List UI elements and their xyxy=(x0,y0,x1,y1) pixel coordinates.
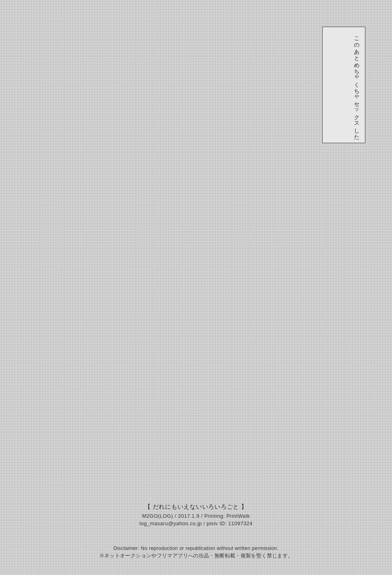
book-title: 【 だれにもいえないいろいろごと 】 xyxy=(0,503,392,511)
disclaimer-block: Disclaimer: No reproduction or republica… xyxy=(0,546,392,559)
vertical-text-box: このあとめちゃくちゃセックスした xyxy=(322,27,365,143)
bottom-info-block: 【 だれにもいえないいろいろごと 】 M2GO(LOG) / 2017.1.9 … xyxy=(0,503,392,528)
page-background: このあとめちゃくちゃセックスした 【 だれにもいえないいろいろごと 】 M2GO… xyxy=(0,0,392,575)
publication-info-line2: log_masaru@yahoo.co.jp / pixiv ID: 11097… xyxy=(0,520,392,526)
disclaimer-japanese: ※ネットオークションやフリマアプリへの出品・無断転載・複製を堅く禁じます。 xyxy=(0,553,392,559)
disclaimer-english: Disclaimer: No reproduction or republica… xyxy=(0,546,392,551)
vertical-text-content: このあとめちゃくちゃセックスした xyxy=(354,33,360,137)
publication-info-line1: M2GO(LOG) / 2017.1.9 / Printing: PrintWa… xyxy=(0,513,392,519)
